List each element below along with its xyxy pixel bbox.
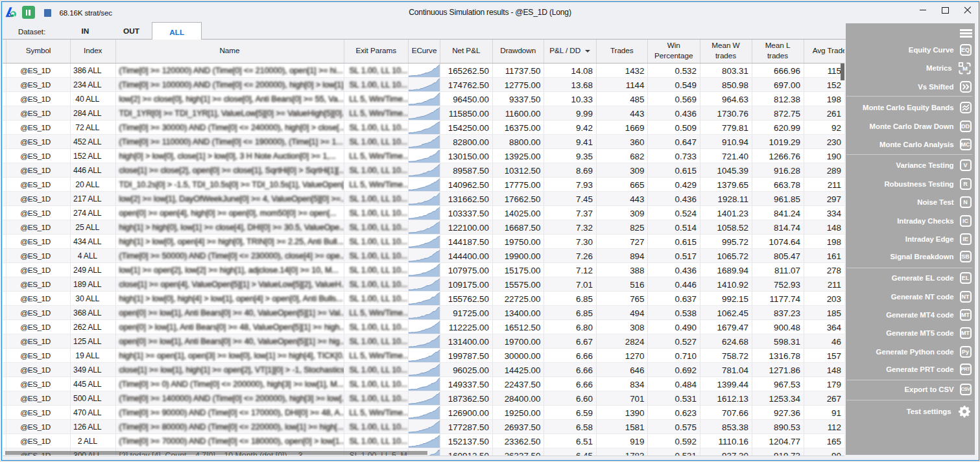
svg-text:M: M — [962, 65, 967, 72]
